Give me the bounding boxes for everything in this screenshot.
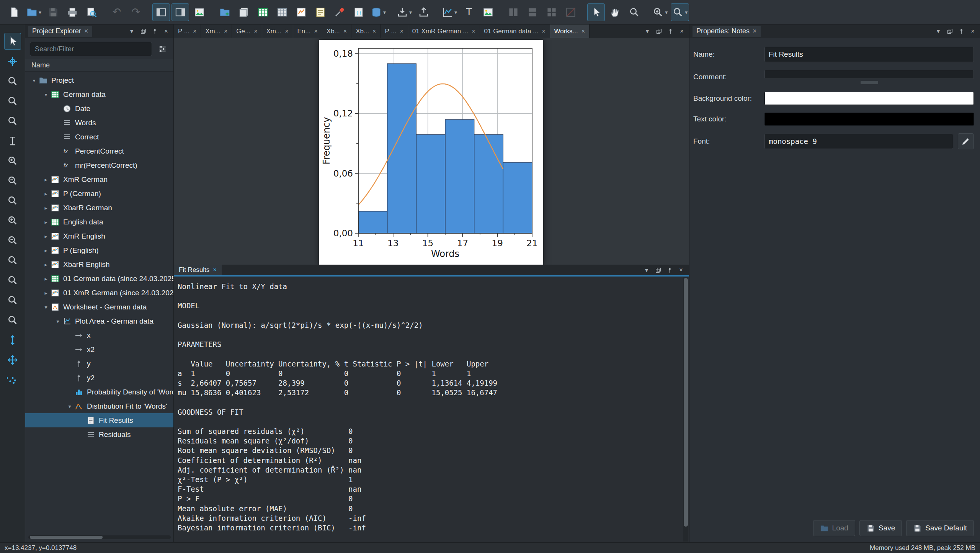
new-matrix-button[interactable] [273,3,291,21]
document-tab-7[interactable]: P ...× [381,25,408,38]
close-icon[interactable]: × [400,28,403,35]
background-color-button[interactable] [764,92,974,105]
float-icon[interactable] [655,27,663,36]
document-tab-6[interactable]: Xb...× [351,25,381,38]
data-points-button[interactable] [4,371,21,388]
caret-expanded-icon[interactable]: ▾ [42,92,50,98]
tree-item-y[interactable]: y [25,357,173,371]
document-tab-9[interactable]: 01 German data ...× [480,25,550,38]
caret-collapsed-icon[interactable]: ▸ [42,219,50,225]
zoom-in-x-button[interactable] [4,212,21,229]
new-workbook-button[interactable] [235,3,253,21]
zoom-select-mode-button[interactable] [626,3,643,21]
new-worksheet-button[interactable] [292,3,310,21]
new-script-button[interactable]: { } [350,3,368,21]
tree-item-project[interactable]: ▾Project [25,73,173,87]
zoom-in-button[interactable]: ▾ [651,3,669,21]
zoom-select-x-button[interactable] [4,93,21,110]
menu-icon[interactable]: ▾ [643,27,652,36]
zoom-origin-button[interactable] [4,192,21,209]
zoom-in-y-button[interactable] [4,232,21,249]
tree-item-german-data[interactable]: ▾German data [25,87,173,101]
zoom-in-view-button[interactable] [4,152,21,169]
caret-expanded-icon[interactable]: ▾ [65,403,74,409]
tree-item-x2[interactable]: x2 [25,342,173,357]
fit-results-tab[interactable]: Fit Results × [174,265,222,275]
dropdown-arrow-icon[interactable]: ▾ [685,9,688,15]
dropdown-arrow-icon[interactable]: ▾ [383,9,386,15]
tree-item-probability-density-of-words[interactable]: Probability Density of 'Words' [25,385,173,399]
explorer-horizontal-scrollbar-thumb[interactable] [30,536,103,539]
select-mode-button[interactable] [587,3,605,21]
tree-item-distribution-fit-to-words[interactable]: ▾Distribution Fit to 'Words' [25,399,173,413]
tree-item-p-english[interactable]: ▸P (English) [25,243,173,257]
tree-column-header[interactable]: Name [25,59,173,72]
float-icon[interactable] [654,266,662,274]
dropdown-arrow-icon[interactable]: ▾ [409,9,412,15]
zoom-fit-button[interactable]: ▾ [671,3,689,21]
comment-field[interactable] [764,70,974,79]
caret-collapsed-icon[interactable]: ▸ [42,233,50,239]
font-edit-button[interactable] [958,133,974,149]
document-tab-2[interactable]: Ge...× [232,25,262,38]
tree-item-mr-percentcorrect[interactable]: fxmr(PercentCorrect) [25,158,173,172]
new-note-button[interactable] [312,3,329,21]
comment-resize-grip[interactable] [861,81,878,84]
crosshair-cursor-button[interactable] [4,53,21,70]
worksheet-view[interactable]: 1113151719210,000,060,120,18WordsFrequen… [174,38,689,265]
pin-icon[interactable] [150,27,159,36]
close-icon[interactable]: × [677,266,685,274]
close-icon[interactable]: × [213,267,216,273]
select-cursor-button[interactable] [4,33,21,50]
project-explorer-title-tab[interactable]: Project Explorer × [28,26,92,37]
menu-icon[interactable]: ▾ [642,266,651,274]
save-default-button[interactable]: Save Default [906,520,974,536]
tree-item-fit-results[interactable]: Fit Results [25,413,173,427]
caret-expanded-icon[interactable]: ▾ [30,77,38,83]
tree-item-xbarr-english[interactable]: ▸XbarR English [25,257,173,272]
close-icon[interactable]: × [678,27,686,36]
import-button[interactable]: ▾ [395,3,413,21]
tree-item-correct[interactable]: Correct [25,130,173,144]
toggle-project-explorer-button[interactable] [152,3,170,21]
new-document-button[interactable] [5,3,23,21]
close-icon[interactable]: × [193,28,196,35]
font-field[interactable] [764,134,953,149]
zoom-select-button[interactable] [4,73,21,90]
document-tab-8[interactable]: 01 XmR German ...× [408,25,480,38]
zoom-fit-width-button[interactable] [4,272,21,289]
zoom-fit-height-button[interactable] [4,292,21,309]
open-file-button[interactable]: ▾ [24,3,43,21]
document-tab-5[interactable]: Xb...× [322,25,351,38]
text-color-button[interactable] [764,113,974,126]
tree-item-english-data[interactable]: ▸English data [25,215,173,229]
caret-collapsed-icon[interactable]: ▸ [42,276,50,282]
add-text-label-button[interactable]: T [460,3,478,21]
new-folder-button[interactable] [216,3,234,21]
close-icon[interactable]: × [314,28,317,35]
histogram-plot[interactable]: 1113151719210,000,060,120,18WordsFrequen… [319,40,543,265]
pin-icon[interactable] [957,27,965,36]
tree-item-date[interactable]: Date [25,101,173,116]
search-input[interactable] [30,42,152,56]
tree-item-x[interactable]: x [25,328,173,342]
properties-title-tab[interactable]: Properties: Notes × [693,26,761,37]
new-spreadsheet-button[interactable] [254,3,272,21]
tree-item-plot-area-german-data[interactable]: ▾Plot Area - German data [25,314,173,328]
close-icon[interactable]: × [162,27,170,36]
tree-item-xmr-german[interactable]: ▸XmR German [25,172,173,187]
tree-item-xmr-english[interactable]: ▸XmR English [25,229,173,243]
caret-collapsed-icon[interactable]: ▸ [42,247,50,254]
take-screenshot-button[interactable] [191,3,208,21]
filter-options-button[interactable] [155,42,170,56]
add-image-button[interactable] [479,3,497,21]
export-button[interactable] [415,3,433,21]
fit-results-scrollbar-thumb[interactable] [684,278,688,527]
close-icon[interactable]: × [472,28,475,35]
caret-collapsed-icon[interactable]: ▸ [42,290,50,296]
tree-item-percentcorrect[interactable]: fxPercentCorrect [25,144,173,158]
dropdown-arrow-icon[interactable]: ▾ [454,9,457,15]
document-tab-4[interactable]: En...× [293,25,322,38]
toggle-properties-explorer-button[interactable] [172,3,189,21]
close-icon[interactable]: × [753,27,757,35]
